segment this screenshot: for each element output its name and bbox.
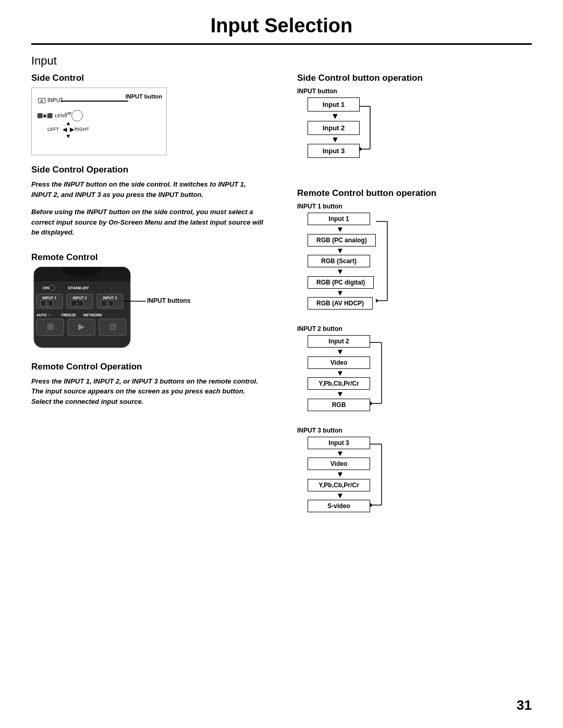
diagram-input-label: ⊞ INPUT xyxy=(38,97,63,103)
input1-arrow-2: ▼ xyxy=(308,267,344,276)
svg-text:INPUT 2: INPUT 2 xyxy=(73,296,87,300)
remote-control-button-heading: Remote Control button operation xyxy=(297,188,532,199)
input3-box-0: Input 3 xyxy=(308,437,370,449)
side-flow-diagram: Input 1 ▼ Input 2 ▼ Input 3 xyxy=(308,97,360,158)
input3-box-2: Y,Pb,Cb,Pr/Cr xyxy=(308,479,370,491)
side-flow-input1: Input 1 xyxy=(308,97,360,112)
input1-box-0: Input 1 xyxy=(308,213,370,225)
input1-arrow-3: ▼ xyxy=(308,289,344,298)
input2-box-2: Y,Pb,Cb,Pr/Cr xyxy=(308,377,370,390)
input-buttons-label: INPUT buttons xyxy=(147,297,190,304)
svg-text:⊟: ⊟ xyxy=(109,322,116,331)
svg-text:FREEZE: FREEZE xyxy=(62,313,76,317)
side-control-heading: Side Control xyxy=(31,73,266,83)
dpad-lr-row: ◀ ▶ xyxy=(63,126,74,133)
dpad-left-label: LEFT xyxy=(47,127,59,132)
page: Input Selection Input Side Control ⊞ INP… xyxy=(0,0,563,728)
svg-marker-37 xyxy=(376,299,378,303)
input2-flow-boxes: Input 2 ▼ Video ▼ Y,Pb,Cb,Pr/Cr ▼ RGB xyxy=(308,335,370,411)
input3-arrow-1: ▼ xyxy=(308,470,344,479)
input2-arrow-2: ▼ xyxy=(308,390,344,399)
main-content: Side Control ⊞ INPUT INPUT button ⬛◉⬛ LE… xyxy=(31,73,532,512)
input-button-label-side: INPUT button xyxy=(297,88,532,95)
svg-text:↓: ↓ xyxy=(111,285,113,290)
dpad-up-label: UP xyxy=(65,111,72,116)
side-control-operation-text1: Press the INPUT button on the side contr… xyxy=(31,179,266,200)
right-column: Side Control button operation INPUT butt… xyxy=(282,73,532,512)
input2-box-0: Input 2 xyxy=(308,335,370,348)
dpad-center: ▲ ◀ ▶ ▼ xyxy=(63,120,74,139)
svg-text:▶: ▶ xyxy=(78,322,85,331)
svg-marker-45 xyxy=(370,503,373,507)
svg-text:NETWORK: NETWORK xyxy=(83,313,102,317)
left-column: Side Control ⊞ INPUT INPUT button ⬛◉⬛ LE… xyxy=(31,73,282,512)
arrow-up: ▲ xyxy=(66,120,71,126)
svg-text:AUTO ↑↑: AUTO ↑↑ xyxy=(36,313,52,317)
side-flow-arrow2: ▼ xyxy=(308,135,339,144)
dpad: UP LEFT RIGHT ▲ ◀ ▶ ▼ xyxy=(47,111,89,147)
input1-box-1: RGB (PC analog) xyxy=(308,234,376,246)
svg-point-5 xyxy=(50,285,55,290)
remote-control-diagram: ON STAND-BY ↓ INPUT 1 ⬛ INPUT 2 xyxy=(31,267,188,355)
arrow-down: ▼ xyxy=(66,133,71,139)
remote-control-heading: Remote Control xyxy=(31,252,266,263)
side-control-diagram: ⊞ INPUT INPUT button ⬛◉⬛ LENS UP LEFT xyxy=(31,88,167,155)
input1-loop-svg xyxy=(376,213,393,310)
input3-box-3: S-video xyxy=(308,500,370,512)
svg-text:⬛: ⬛ xyxy=(45,301,50,306)
arrow-left: ◀ xyxy=(63,126,67,133)
side-flow-boxes: Input 1 ▼ Input 2 ▼ Input 3 xyxy=(308,97,360,158)
section-input-label: Input xyxy=(31,54,532,68)
input1-button-label: INPUT 1 button xyxy=(297,203,532,210)
remote-operation-heading: Remote Control Operation xyxy=(31,362,266,372)
input2-arrow-1: ▼ xyxy=(308,369,344,378)
diagram-horizontal-line xyxy=(60,101,128,102)
input3-loop-svg xyxy=(370,437,387,513)
input1-arrow-0: ▼ xyxy=(308,225,344,234)
input3-arrow-2: ▼ xyxy=(308,491,344,500)
svg-text:INPUT 3: INPUT 3 xyxy=(103,296,117,300)
side-flow-input2: Input 2 xyxy=(308,121,360,135)
svg-marker-41 xyxy=(370,401,373,405)
svg-text:ON: ON xyxy=(43,286,49,290)
dpad-arrows: ▲ ◀ ▶ ▼ xyxy=(63,120,74,139)
input1-box-3: RGB (PC digital) xyxy=(308,276,374,289)
input3-flow-boxes: Input 3 ▼ Video ▼ Y,Pb,Cb,Pr/Cr ▼ S-vide… xyxy=(308,437,370,513)
input1-box-2: RGB (Scart) xyxy=(308,255,370,267)
svg-text:⊞: ⊞ xyxy=(47,322,54,331)
side-control-operation-text2: Before using the INPUT button on the sid… xyxy=(31,207,266,238)
remote-svg: ON STAND-BY ↓ INPUT 1 ⬛ INPUT 2 xyxy=(31,267,188,353)
svg-text:STAND-BY: STAND-BY xyxy=(68,286,89,290)
input2-button-label: INPUT 2 button xyxy=(297,325,532,332)
input2-loop-svg xyxy=(370,335,387,411)
remote-operation-text: Press the INPUT 1, INPUT 2, or INPUT 3 b… xyxy=(31,376,266,407)
input3-flow-diagram: Input 3 ▼ Video ▼ Y,Pb,Cb,Pr/Cr ▼ S-vide… xyxy=(308,437,370,513)
svg-marker-33 xyxy=(360,147,362,151)
diagram-button-label: INPUT button xyxy=(126,93,162,100)
input2-box-1: Video xyxy=(308,356,370,369)
svg-text:INPUT 1: INPUT 1 xyxy=(43,296,57,300)
input1-flow-boxes: Input 1 ▼ RGB (PC analog) ▼ RGB (Scart) … xyxy=(308,213,376,310)
input3-button-label: INPUT 3 button xyxy=(297,427,532,434)
side-control-button-heading: Side Control button operation xyxy=(297,73,532,83)
svg-text:⬛: ⬛ xyxy=(105,301,110,306)
input3-box-1: Video xyxy=(308,458,370,470)
page-number: 31 xyxy=(517,697,532,713)
side-control-operation-heading: Side Control Operation xyxy=(31,165,266,175)
dpad-right-label: RIGHT xyxy=(75,127,89,132)
side-flow-arrow1: ▼ xyxy=(308,112,339,121)
input3-arrow-0: ▼ xyxy=(308,449,344,458)
arrow-right: ▶ xyxy=(70,126,74,133)
side-flow-input3: Input 3 xyxy=(308,144,360,158)
input1-flow-diagram: Input 1 ▼ RGB (PC analog) ▼ RGB (Scart) … xyxy=(308,213,376,310)
input1-arrow-1: ▼ xyxy=(308,246,344,255)
input2-flow-diagram: Input 2 ▼ Video ▼ Y,Pb,Cb,Pr/Cr ▼ RGB xyxy=(308,335,370,411)
page-title: Input Selection xyxy=(31,0,532,45)
input2-box-3: RGB xyxy=(308,399,370,411)
input2-arrow-0: ▼ xyxy=(308,348,344,356)
side-loop-svg xyxy=(360,97,376,158)
input-icon: ⊞ xyxy=(38,98,45,103)
input1-box-4: RGB (AV HDCP) xyxy=(308,297,373,310)
